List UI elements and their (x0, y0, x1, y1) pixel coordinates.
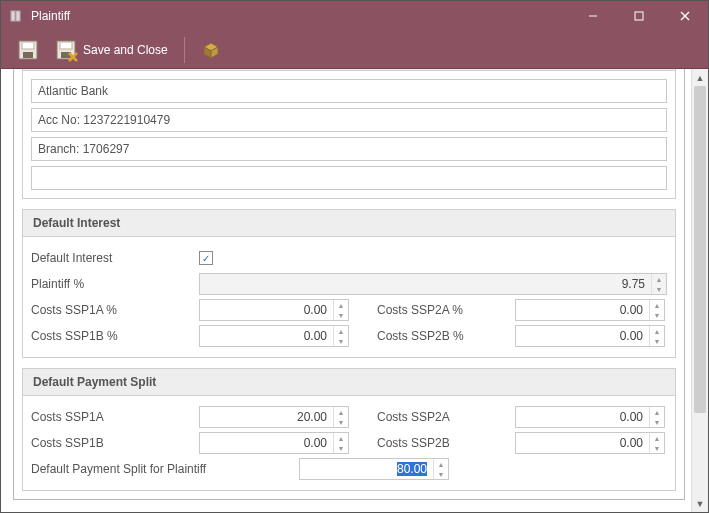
group-payment-split: Default Payment Split Costs SSP1A ▲▼ Cos… (22, 368, 676, 491)
save-button[interactable] (9, 35, 47, 65)
svg-rect-10 (60, 42, 72, 49)
label-costs-ssp1a-pct: Costs SSP1A % (31, 303, 191, 317)
group-banking-details: Banking Details (22, 69, 676, 199)
costs-ssp1b-pct-input[interactable]: ▲▼ (199, 325, 349, 347)
floppy-icon (17, 39, 39, 61)
group-default-interest: Default Interest Default Interest ✓ Plai… (22, 209, 676, 358)
label-costs-ssp2a-pct: Costs SSP2A % (357, 303, 507, 317)
svg-rect-1 (16, 11, 20, 21)
title-bar: Plaintiff (1, 1, 708, 31)
default-interest-checkbox[interactable]: ✓ (199, 251, 213, 265)
scroll-up-button[interactable]: ▲ (692, 69, 708, 86)
costs-ssp1a-pct-input[interactable]: ▲▼ (199, 299, 349, 321)
toolbar-separator (184, 37, 185, 63)
svg-rect-7 (22, 42, 34, 49)
label-costs-ssp1b-pct: Costs SSP1B % (31, 329, 191, 343)
group-header-split: Default Payment Split (23, 369, 675, 396)
scroll-down-button[interactable]: ▼ (692, 495, 708, 512)
branch-field[interactable] (31, 137, 667, 161)
label-split-plaintiff: Default Payment Split for Plaintiff (31, 462, 291, 476)
maximize-button[interactable] (616, 1, 662, 31)
label-costs-ssp2b-pct: Costs SSP2B % (357, 329, 507, 343)
save-and-close-button[interactable]: Save and Close (47, 35, 176, 65)
label-plaintiff-percent: Plaintiff % (31, 277, 191, 291)
plaintiff-percent-input[interactable]: ▲▼ (199, 273, 667, 295)
split-ssp2a-input[interactable]: ▲▼ (515, 406, 665, 428)
window-controls (570, 1, 708, 31)
label-split-ssp2a: Costs SSP2A (357, 410, 507, 424)
split-ssp1b-input[interactable]: ▲▼ (199, 432, 349, 454)
group-header-interest: Default Interest (23, 210, 675, 237)
toolbar: Save and Close (1, 31, 708, 69)
split-ssp1a-input[interactable]: ▲▼ (199, 406, 349, 428)
extra-banking-field[interactable] (31, 166, 667, 190)
costs-ssp2b-pct-input[interactable]: ▲▼ (515, 325, 665, 347)
content-area: Details Financial Custom Fields Plaintif… (1, 69, 691, 512)
label-split-ssp1b: Costs SSP1B (31, 436, 191, 450)
scroll-thumb[interactable] (694, 86, 706, 413)
floppy-close-icon (55, 39, 77, 61)
plaintiff-window: Plaintiff Save and Close Details Financi (0, 0, 709, 513)
minimize-button[interactable] (570, 1, 616, 31)
label-default-interest: Default Interest (31, 251, 191, 265)
bank-name-field[interactable] (31, 79, 667, 103)
svg-rect-8 (23, 52, 33, 58)
cube-icon (201, 40, 221, 60)
tool-button-extra[interactable] (193, 35, 229, 65)
svg-rect-0 (11, 11, 15, 21)
scroll-track[interactable] (692, 86, 708, 495)
split-plaintiff-input[interactable]: ▲▼ (299, 458, 449, 480)
label-split-ssp1a: Costs SSP1A (31, 410, 191, 424)
close-button[interactable] (662, 1, 708, 31)
app-icon (9, 8, 25, 24)
save-and-close-label: Save and Close (83, 43, 168, 57)
split-ssp2b-input[interactable]: ▲▼ (515, 432, 665, 454)
tab-panel-financial: Banking Details Default Interest Default… (13, 69, 685, 500)
label-split-ssp2b: Costs SSP2B (357, 436, 507, 450)
account-number-field[interactable] (31, 108, 667, 132)
spinner-arrows[interactable]: ▲▼ (651, 274, 666, 294)
window-title: Plaintiff (31, 9, 570, 23)
vertical-scrollbar[interactable]: ▲ ▼ (691, 69, 708, 512)
svg-rect-3 (635, 12, 643, 20)
costs-ssp2a-pct-input[interactable]: ▲▼ (515, 299, 665, 321)
